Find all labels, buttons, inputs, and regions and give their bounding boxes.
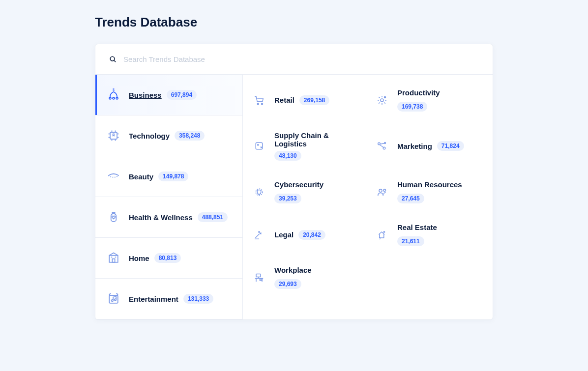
svg-line-32 [380,143,384,144]
svg-point-4 [113,97,115,99]
svg-point-30 [384,143,386,144]
shield-icon [252,185,266,200]
category-productivity[interactable]: Productivity169,738 [368,79,491,121]
svg-text:$: $ [379,237,381,240]
category-label: Beauty [129,172,153,181]
svg-point-35 [379,189,382,192]
category-count: 358,248 [175,131,205,141]
category-count: 27,645 [397,194,424,203]
category-label: Business [129,91,162,99]
category-label: Supply Chain & Logistics [274,131,343,148]
category-real-estate[interactable]: $Real Estate21,611 [368,213,491,256]
category-label: Workplace [274,266,312,274]
category-count: 71,824 [437,141,464,151]
home-icon [106,251,121,265]
category-count: 80,813 [154,253,181,263]
category-label: Human Resources [397,180,462,189]
people-icon [375,185,389,200]
svg-point-26 [384,96,386,98]
category-label: Home [129,254,149,262]
svg-line-33 [380,145,384,147]
chip-icon [106,128,121,143]
category-label: Marketing [397,142,432,150]
cart-icon [252,93,266,108]
category-technology[interactable]: Technology358,248 [95,115,242,156]
svg-point-0 [110,57,115,61]
right-grid: Retail269,158Productivity169,738Supply C… [243,75,493,319]
category-label: Retail [274,96,294,104]
box-icon [252,139,266,153]
svg-point-23 [257,103,259,105]
category-label: Technology [129,132,170,140]
business-icon: $ [106,87,121,102]
share-icon [375,139,389,153]
category-count: 131,333 [183,294,213,304]
category-count: 169,738 [397,102,427,112]
svg-rect-17 [112,259,115,262]
svg-rect-15 [111,214,117,222]
category-count: 488,851 [198,212,228,222]
category-health-wellness[interactable]: Health & Wellness488,851 [95,197,242,238]
category-count: 29,693 [274,279,301,289]
svg-rect-44 [260,279,263,281]
category-label: Health & Wellness [129,213,193,222]
svg-line-1 [114,60,116,62]
svg-point-25 [381,99,383,102]
left-column: $Business697,894Technology358,248Beauty1… [95,75,243,319]
search-icon [109,56,117,63]
category-label: Entertainment [129,295,178,303]
category-beauty[interactable]: Beauty149,878 [95,156,242,197]
category-label: Real Estate [397,223,437,231]
svg-point-28 [258,144,259,145]
svg-point-24 [262,103,263,105]
svg-point-29 [378,143,381,145]
trends-panel: $Business697,894Technology358,248Beauty1… [95,44,493,320]
search-bar [95,44,493,75]
house-icon: $ [375,228,389,242]
music-icon [106,291,121,306]
page-title: Trends Database [95,15,493,30]
category-count: 20,842 [298,230,325,240]
gavel-icon [252,228,266,242]
category-count: 39,253 [274,194,301,203]
category-human-resources[interactable]: Human Resources27,645 [368,171,491,213]
category-label: Cybersecurity [274,180,323,189]
svg-rect-27 [256,143,263,149]
category-entertainment[interactable]: Entertainment131,333 [95,279,242,319]
gear-icon [375,93,389,108]
category-count: 697,894 [167,90,197,100]
wellness-icon [106,210,121,225]
category-count: 21,611 [397,236,424,246]
category-legal[interactable]: Legal20,842 [245,213,368,256]
category-count: 269,158 [299,95,329,105]
category-workplace[interactable]: Workplace29,693 [245,256,368,299]
category-cybersecurity[interactable]: Cybersecurity39,253 [245,171,368,213]
category-label: Legal [274,230,294,239]
category-marketing[interactable]: Marketing71,824 [368,121,491,171]
category-home[interactable]: Home80,813 [95,238,242,279]
svg-point-36 [383,189,386,192]
category-count: 149,878 [158,171,188,181]
desk-icon [252,270,266,285]
category-label: Productivity [397,88,440,97]
svg-rect-39 [256,274,261,277]
svg-point-3 [109,97,111,99]
category-retail[interactable]: Retail269,158 [245,79,368,121]
eye-icon [106,169,121,184]
svg-text:$: $ [113,88,115,91]
category-business[interactable]: $Business697,894 [95,75,242,115]
svg-point-5 [116,97,118,99]
search-input[interactable] [123,55,479,63]
category-count: 48,130 [274,151,301,161]
category-supply-chain-logistics[interactable]: Supply Chain & Logistics48,130 [245,121,368,171]
